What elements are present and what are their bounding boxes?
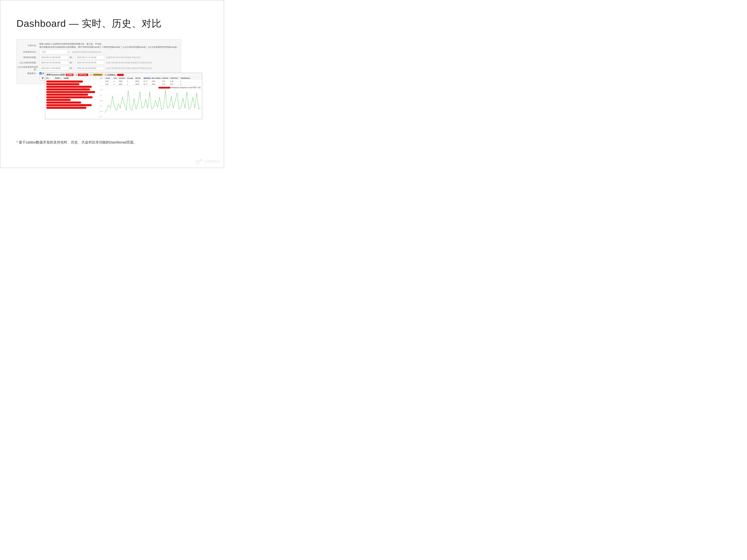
- data-display-label: 数据显示：: [17, 72, 40, 75]
- metrics-row[interactable]: 0.55 2 8990 0 89.65 91.77 2000 0.14 0.09…: [99, 83, 202, 86]
- typical-hint: 如果只是查看"查询时间范围"的数值请不要修改该时间。: [106, 67, 154, 70]
- typical-range-label: 上次大促前典型时间范围：: [17, 66, 40, 71]
- chart-y-axis: 7.5 K 7 K 6.5 K 6 K 5.5 K 5 K: [100, 89, 103, 117]
- footer-note: * 基于zabbix数据开发的支持实时、历史、大促对比等功能的Dashborad…: [17, 140, 137, 145]
- col-portout[interactable]: PORT/OUT: [170, 77, 180, 79]
- status-down-badge: DOWN: [66, 74, 74, 76]
- calc-method-label: 计算方法：: [17, 44, 40, 47]
- redacted-row: [46, 99, 71, 101]
- status-normal-label: NORMAL: [107, 74, 116, 76]
- to-label-2: 到：: [70, 61, 74, 64]
- requests-chart: twemproxy requests on port 9017 (1h) 7.5…: [99, 86, 202, 119]
- instances-panel: 所有Twemproxy实例 DOWN : 0 CRITICAL : 0 WARN…: [45, 73, 202, 119]
- redacted-row: [46, 91, 95, 93]
- query-range-from-input[interactable]: [40, 55, 68, 59]
- calc-method-text: 根据 zabbix 汇总表查出对应时间范围内的最大值、最小值、平均值。 展示的数…: [40, 42, 181, 49]
- col-netout[interactable]: NET/OUT: [144, 77, 152, 79]
- status-title: 所有Twemproxy实例: [47, 74, 65, 76]
- chart-title: twemproxy requests on port 9017 (1h): [158, 87, 201, 88]
- metrics-row[interactable]: 0.55 4 8990 0 89.65 91.77 2000 3.65 0.49…: [99, 80, 202, 83]
- redacted-row: [46, 86, 92, 88]
- to-label-1: 到：: [70, 56, 74, 59]
- time-query-hint: 如果按时间范围查询请忽略此选项。: [72, 51, 103, 53]
- status-down-count: : 0: [75, 74, 77, 76]
- status-critical-badge: CRITICAL: [78, 74, 88, 76]
- col-cpu[interactable]: CPU: [113, 77, 119, 79]
- promo-from-input[interactable]: [40, 60, 68, 65]
- instance-list-header[interactable]: IP PORT NAME: [45, 77, 99, 80]
- typical-to-input[interactable]: [75, 66, 104, 70]
- promo-range-label: 上次大促时间范围：: [17, 61, 40, 64]
- data-display-checkbox[interactable]: [40, 72, 42, 75]
- col-name[interactable]: NAME: [64, 77, 98, 79]
- col-twemproxy[interactable]: TWEMPROXY: [180, 77, 190, 79]
- data-display-text: 最: [42, 72, 44, 75]
- col-ip[interactable]: IP: [46, 77, 55, 79]
- promo-to-input[interactable]: [75, 60, 104, 65]
- status-warning-badge: WARNING: [93, 74, 103, 76]
- time-query-label: 时间查询方式：: [17, 51, 40, 54]
- watermark-text: VIPDBA: [204, 159, 220, 164]
- redacted-row: [46, 88, 90, 90]
- wechat-icon: [196, 159, 202, 164]
- redacted-normal-count: [117, 74, 124, 76]
- query-range-to-input[interactable]: [75, 55, 104, 59]
- col-netspeed[interactable]: NET SPEED: [152, 77, 162, 79]
- col-portin[interactable]: PORT/IN: [162, 77, 170, 79]
- col-netin[interactable]: NET/IN: [135, 77, 144, 79]
- instance-list: IP PORT NAME: [45, 77, 99, 119]
- status-warning-count: : 0: [104, 74, 106, 76]
- watermark: VIPDBA: [196, 159, 220, 164]
- query-range-hint: 如果查询所有时间请不要修改"开始"时间。: [106, 56, 142, 59]
- status-bar: 所有Twemproxy实例 DOWN : 0 CRITICAL : 0 WARN…: [45, 73, 202, 77]
- time-query-select[interactable]: 今天: [40, 50, 70, 54]
- redacted-row: [46, 83, 79, 85]
- slide-title: Dashboard — 实时、历史、对比: [17, 17, 161, 30]
- query-range-label: 查询时间范围：: [17, 56, 40, 59]
- redacted-row: [46, 107, 86, 109]
- redacted-row: [46, 94, 88, 96]
- promo-hint: 如果只是查看"查询时间范围"的数值请不要修改该时间。: [106, 61, 154, 64]
- col-load[interactable]: LOAD: [105, 77, 113, 79]
- redacted-row: [46, 102, 81, 104]
- redacted-row: [46, 96, 93, 98]
- col-port[interactable]: PORT: [55, 77, 64, 79]
- col-sort[interactable]: [100, 77, 105, 79]
- metrics-header[interactable]: LOAD CPU SOCKET IO await NET/IN NET/OUT …: [99, 77, 202, 80]
- col-ioawait[interactable]: IO await: [127, 77, 135, 79]
- redacted-row: [46, 80, 83, 83]
- typical-from-input[interactable]: [40, 66, 68, 70]
- to-label-3: 到：: [70, 67, 74, 70]
- redacted-row: [46, 104, 92, 106]
- status-critical-count: : 0: [89, 74, 92, 76]
- chart-plot-area: [105, 89, 201, 117]
- col-socket[interactable]: SOCKET: [119, 77, 127, 79]
